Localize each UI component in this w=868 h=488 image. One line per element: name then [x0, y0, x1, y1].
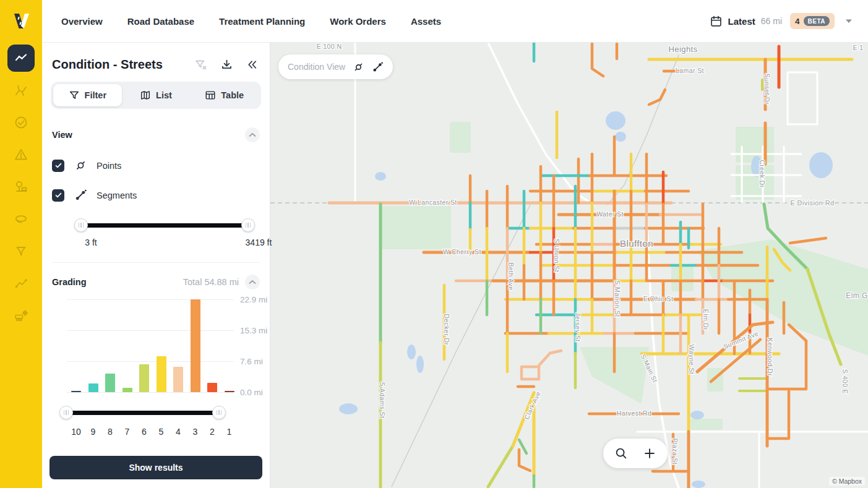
map-label-kenwood-dr: Kenwood Dr: [767, 338, 774, 376]
chart-bar-grade-1[interactable]: [225, 391, 234, 392]
chart-bar-grade-10[interactable]: [71, 391, 81, 392]
map-water: [606, 111, 625, 130]
vialytics-logo-icon: [9, 9, 33, 33]
grade-handle-max[interactable]: [212, 406, 226, 419]
caret-down-icon[interactable]: [845, 19, 853, 24]
map-controls: [603, 439, 668, 468]
map-label-e-1: E 1: [853, 44, 864, 51]
map-label-plaza-st: Plaza St: [671, 439, 679, 464]
map-label-w-cherry-st: W Cherry St: [443, 248, 481, 255]
tab-table[interactable]: Table: [190, 84, 259, 106]
chart-y-tick: 22.9 mi: [240, 295, 267, 304]
segments-label: Segments: [97, 190, 137, 200]
map-canvas[interactable]: E 100 NE 1HeightsLamar StSunset DrCreek …: [270, 43, 868, 488]
chart-bar-grade-4[interactable]: [173, 367, 183, 392]
grade-axis-label-6: 6: [142, 427, 147, 437]
map-attribution[interactable]: © Mapbox: [829, 477, 865, 486]
app-logo[interactable]: [0, 0, 42, 42]
chart-bar-grade-3[interactable]: [191, 299, 200, 392]
view-collapse-button[interactable]: [245, 127, 260, 142]
collapse-panel-icon[interactable]: [246, 58, 259, 71]
range-handle-min[interactable]: [74, 218, 88, 232]
calendar-icon[interactable]: [710, 15, 723, 28]
beta-badge[interactable]: 4 BETA: [790, 13, 835, 29]
road-segment[interactable]: [592, 44, 603, 76]
segments-toggle-icon[interactable]: [372, 61, 384, 73]
funnel-icon: [69, 90, 80, 101]
tab-list[interactable]: List: [122, 84, 191, 106]
map-water: [416, 356, 424, 373]
rail-item-quality-check[interactable]: [7, 109, 35, 136]
road-segment[interactable]: [789, 325, 806, 389]
map-label-elm-g: Elm G: [846, 291, 867, 300]
map-label-heights: Heights: [669, 45, 698, 54]
points-row: Points: [52, 159, 260, 172]
app-root: OverviewRoad DatabaseTreatment PlanningW…: [0, 0, 868, 488]
grade-handle-min[interactable]: [59, 406, 73, 419]
rail-item-filter[interactable]: [7, 238, 35, 265]
grading-bar-chart: 0.0 mi7.6 mi15.3 mi22.9 mi: [62, 293, 250, 398]
slider-track[interactable]: [81, 223, 248, 228]
chart-bar-grade-9[interactable]: [88, 383, 98, 392]
points-toggle-icon[interactable]: [353, 61, 364, 73]
road-segment[interactable]: [608, 55, 679, 205]
slider-track[interactable]: [66, 411, 219, 415]
segments-checkbox[interactable]: [52, 189, 64, 202]
zoom-in-icon[interactable]: [639, 443, 660, 464]
tab-filter[interactable]: Filter: [53, 84, 122, 106]
panel-footer: Show results: [42, 450, 270, 488]
show-results-button[interactable]: Show results: [49, 456, 262, 479]
mileage-label: 66 mi: [761, 16, 782, 26]
nav-item-road-database[interactable]: Road Database: [127, 16, 194, 27]
road-segment[interactable]: [488, 446, 513, 487]
rail-item-route-points[interactable]: [7, 270, 35, 297]
grade-axis-label-10: 10: [71, 427, 81, 437]
grading-collapse-button[interactable]: [245, 275, 260, 289]
rail-item-pavement[interactable]: [7, 205, 35, 233]
chart-gridline: [67, 392, 234, 393]
chart-gridline: [67, 299, 234, 300]
nav-item-assets[interactable]: Assets: [411, 16, 441, 27]
chart-gridline: [67, 361, 234, 362]
road-segment[interactable]: [522, 367, 539, 379]
rail-item-assets-tree[interactable]: [7, 173, 35, 200]
grading-axis-labels: 10987654321: [62, 427, 250, 439]
road-segment[interactable]: [539, 351, 561, 366]
top-bar: OverviewRoad DatabaseTreatment PlanningW…: [42, 0, 868, 43]
map-label-s-400-e: S 400 E: [841, 369, 849, 394]
rail-item-winter-service[interactable]: [7, 302, 35, 329]
nav-item-treatment-planning[interactable]: Treatment Planning: [219, 16, 305, 27]
map-label-e-100-n: E 100 N: [317, 43, 342, 50]
range-handle-max[interactable]: [241, 218, 255, 232]
map-label-sunset-dr: Sunset Dr: [763, 74, 771, 105]
tab-label: Filter: [85, 90, 106, 100]
points-checkbox[interactable]: [52, 160, 64, 172]
road-segment[interactable]: [790, 238, 826, 243]
tab-label: Table: [221, 90, 244, 100]
grading-total: Total 54.88 mi: [183, 277, 239, 287]
map-park: [690, 419, 723, 430]
search-icon[interactable]: [611, 443, 632, 464]
rail-item-alerts[interactable]: [7, 141, 35, 168]
chart-bar-grade-8[interactable]: [105, 374, 115, 392]
chart-bar-grade-2[interactable]: [207, 383, 217, 392]
chart-bar-grade-6[interactable]: [139, 364, 149, 392]
rail-item-crack-detection[interactable]: [7, 77, 35, 104]
map-park: [671, 267, 694, 291]
filter-clear-icon[interactable]: [194, 58, 208, 72]
points-label: Points: [97, 161, 121, 171]
rail-nav: [0, 42, 42, 332]
left-rail: [0, 0, 42, 488]
nav-item-work-orders[interactable]: Work Orders: [330, 16, 386, 27]
chart-bar-grade-5[interactable]: [157, 356, 166, 392]
road-segment[interactable]: [788, 72, 817, 124]
map-water: [407, 345, 416, 359]
map-svg[interactable]: E 100 NE 1HeightsLamar StSunset DrCreek …: [270, 43, 868, 488]
download-icon[interactable]: [220, 58, 233, 71]
rail-item-condition-chart[interactable]: [7, 45, 35, 72]
date-label[interactable]: Latest: [728, 16, 755, 27]
map-park: [697, 239, 868, 356]
road-segment[interactable]: [649, 90, 665, 105]
chart-bar-grade-7[interactable]: [122, 388, 132, 392]
nav-item-overview[interactable]: Overview: [61, 16, 103, 27]
